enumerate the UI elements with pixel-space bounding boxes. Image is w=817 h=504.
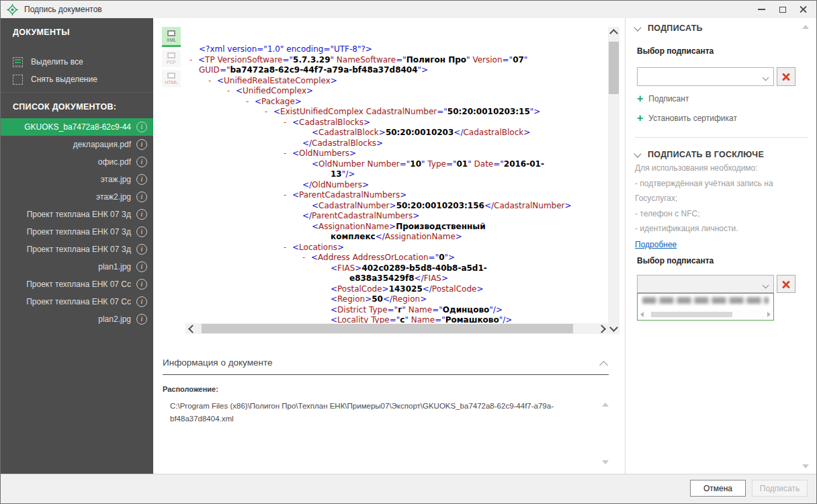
info-icon[interactable]: i <box>136 139 147 150</box>
close-button[interactable] <box>793 1 814 18</box>
document-item[interactable]: Проект техплана ЕНК 07 Ссi <box>1 276 153 293</box>
requirement-line: - телефон с NFC; <box>635 206 803 222</box>
xml-line: -<ExistUnifiedComplex CadastralNumber="5… <box>189 107 607 118</box>
sign-button[interactable]: Подписать <box>752 480 808 497</box>
add-signer-link[interactable]: + Подписант <box>637 94 689 103</box>
format-button-html[interactable]: HTML <box>162 70 181 87</box>
details-link[interactable]: Подробнее <box>635 240 677 249</box>
requirement-line: - идентификация личности. <box>635 221 803 237</box>
clear-icon <box>782 280 790 288</box>
collapse-marker-icon[interactable]: - <box>227 86 236 97</box>
scroll-right-icon[interactable] <box>597 323 608 334</box>
collapse-marker-icon[interactable]: - <box>246 97 255 108</box>
scroll-left-icon[interactable] <box>185 323 197 334</box>
xml-line: -<Address AddressOrLocation="0"> <box>189 253 607 263</box>
info-icon[interactable]: i <box>136 226 147 237</box>
xml-code: <?xml version="1.0" encoding="UTF-8"?>-<… <box>183 18 607 343</box>
clear-signer-button[interactable] <box>777 67 796 86</box>
info-icon[interactable]: i <box>136 192 147 202</box>
document-item[interactable]: Проект техплана ЕНК 07 Здi <box>1 241 153 258</box>
window: Подпись документов ДОКУМЕНТЫ Выделить вс… <box>0 0 817 504</box>
install-cert-link[interactable]: + Установить сертификат <box>637 114 737 123</box>
goskey-requirements: Для использования необходимо:- подтвержд… <box>635 161 803 237</box>
requirement-line: Госуслугах; <box>635 191 803 206</box>
info-icon[interactable]: i <box>136 209 147 220</box>
plus-icon: + <box>637 94 643 103</box>
document-item[interactable]: этаж.jpgi <box>1 171 153 188</box>
scroll-up-triangle-icon[interactable] <box>602 403 609 407</box>
xml-line: <OldNumber Number="10" Type="01" Date="2… <box>189 159 607 170</box>
sign-section-header[interactable]: ПОДПИСАТЬ <box>635 24 703 33</box>
info-icon[interactable]: i <box>136 174 147 185</box>
collapse-marker-icon[interactable]: - <box>302 253 311 263</box>
info-icon[interactable]: i <box>136 296 147 307</box>
document-item[interactable]: plan1.jpgi <box>1 258 153 276</box>
signer-combobox[interactable] <box>637 67 774 86</box>
collapse-marker-icon[interactable]: - <box>284 149 292 159</box>
goskey-section-header[interactable]: ПОДПИСАТЬ В ГОСКЛЮЧЕ <box>635 150 764 159</box>
scrollbar-thumb[interactable] <box>651 312 732 317</box>
collapse-marker-icon[interactable]: - <box>284 190 292 201</box>
info-icon[interactable]: i <box>136 261 147 272</box>
document-item[interactable]: офис.pdfi <box>1 153 153 171</box>
document-name: Проект техплана ЕНК 07 Сс <box>26 297 131 306</box>
requirement-line: - подтверждённая учётная запись на <box>635 176 803 192</box>
info-icon[interactable]: i <box>136 157 147 167</box>
document-item[interactable]: Проект техплана ЕНК 07 Здi <box>1 223 153 241</box>
minimize-button[interactable] <box>751 1 772 18</box>
document-item[interactable]: Проект техплана ЕНК 07 Ссi <box>1 293 153 310</box>
document-item[interactable]: декларация.pdfi <box>1 136 153 153</box>
clear-icon <box>782 73 790 81</box>
goskey-combobox[interactable] <box>637 275 774 293</box>
deselect-button[interactable]: Снять выделение <box>13 71 153 88</box>
collapse-icon[interactable] <box>599 361 608 370</box>
panel-scroll-down-icon[interactable] <box>802 464 809 468</box>
document-item[interactable]: Проект техплана ЕНК 07 Здi <box>1 206 153 223</box>
info-icon[interactable]: i <box>136 244 147 255</box>
info-icon[interactable]: i <box>136 122 147 132</box>
collapse-marker-icon[interactable]: - <box>189 55 198 66</box>
info-icon[interactable]: i <box>136 279 147 290</box>
document-item[interactable]: plan2.jpgi <box>1 310 153 328</box>
plus-icon: + <box>637 114 643 123</box>
scroll-up-icon[interactable] <box>608 27 619 38</box>
section-divider <box>635 137 808 138</box>
cancel-button[interactable]: Отмена <box>690 480 746 497</box>
document-info-header[interactable]: Информация о документе <box>163 358 273 368</box>
format-button-xml[interactable]: XML <box>162 27 181 47</box>
dropdown-item-redacted[interactable] <box>642 297 769 304</box>
collapse-marker-icon[interactable]: - <box>284 243 292 253</box>
dropdown-hscrollbar[interactable] <box>638 310 773 319</box>
maximize-button[interactable] <box>772 1 793 18</box>
documents-section-title: ДОКУМЕНТЫ <box>13 28 153 37</box>
select-all-button[interactable]: Выделить все <box>13 53 153 71</box>
collapse-marker-icon[interactable]: - <box>284 118 292 128</box>
panel-scroll-up-icon[interactable] <box>802 25 809 29</box>
info-divider <box>163 374 609 375</box>
xml-horizontal-scrollbar[interactable] <box>185 323 608 334</box>
xml-vertical-scrollbar[interactable] <box>608 27 619 334</box>
xml-line: -<Package> <box>189 97 607 108</box>
document-name: Проект техплана ЕНК 07 Сс <box>26 280 131 289</box>
collapse-marker-icon[interactable]: - <box>265 107 273 118</box>
document-item[interactable]: GKUOKS_ba7472a8-62c9-44i <box>1 118 153 136</box>
chevron-down-icon <box>634 150 641 157</box>
scrollbar-thumb[interactable] <box>202 324 573 333</box>
xml-format-icon <box>167 30 175 36</box>
location-label: Расположение: <box>163 385 218 393</box>
footer: Отмена Подписать <box>1 474 816 503</box>
format-button-pdf[interactable]: PDF <box>162 50 181 67</box>
scrollbar-thumb[interactable] <box>609 42 619 94</box>
collapse-marker-icon[interactable]: - <box>208 76 217 87</box>
goskey-clear-button[interactable] <box>777 275 796 293</box>
scroll-down-icon[interactable] <box>608 323 619 334</box>
document-item[interactable]: этаж2.jpgi <box>1 188 153 206</box>
scroll-down-triangle-icon[interactable] <box>602 460 609 464</box>
document-viewer: XML PDF HTML <?xml version="1.0" encodin… <box>153 18 625 474</box>
xml-line: -<UnifiedComplex> <box>189 86 607 97</box>
xml-line: <Region>50</Region> <box>189 294 607 305</box>
scroll-right-icon[interactable] <box>767 312 771 317</box>
goskey-dropdown-list[interactable] <box>637 293 774 321</box>
info-icon[interactable]: i <box>136 314 147 325</box>
scroll-left-icon[interactable] <box>640 312 644 317</box>
